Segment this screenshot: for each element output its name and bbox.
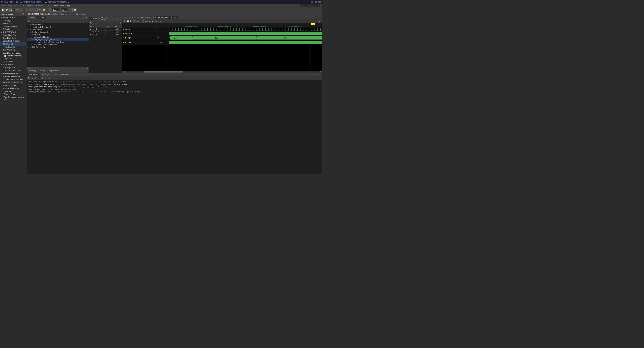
- tab-protocol-instan[interactable]: Protocol Instan...: [100, 16, 111, 21]
- nav-section-synthesis[interactable]: ▼ SYNTHESIS: [0, 63, 27, 66]
- wf-zoom-out-btn[interactable]: 🔍-: [133, 19, 136, 22]
- wf-begin-btn[interactable]: ⏮: [144, 19, 147, 22]
- console-max-btn[interactable]: □: [315, 73, 318, 76]
- waveform-hscroll[interactable]: ◀ ▶: [122, 71, 322, 73]
- tree-constraints[interactable]: ▶ ⊞ Constraints (1): [27, 28, 89, 31]
- tree-led-flash[interactable]: ● led_flash (led_flash.v): [27, 26, 89, 28]
- sources-add-btn[interactable]: +: [38, 20, 40, 23]
- nav-item-open-block-design[interactable]: Open Block Design: [0, 37, 27, 39]
- console-pause-btn[interactable]: ⏸: [38, 76, 40, 79]
- objects-help-btn[interactable]: ?: [112, 17, 115, 20]
- run-all-button[interactable]: ⏩: [42, 8, 46, 12]
- console-filter-btn[interactable]: ≡: [31, 76, 34, 79]
- sources-help-btn[interactable]: ?: [78, 16, 81, 19]
- obj-row-sysclk[interactable]: ▶ sys_clk 0 Logic: [89, 28, 122, 31]
- sim-unit-select[interactable]: ms us ns: [61, 8, 67, 11]
- tree-sim1[interactable]: ▼ ⊞ sim_1 (3): [27, 33, 89, 36]
- nav-item-open-impl-design[interactable]: Open Implemented Design: [0, 78, 27, 81]
- objects-search-btn[interactable]: 🔍: [90, 21, 92, 24]
- tab-messages[interactable]: Messages: [40, 73, 52, 76]
- waveform-tab-wcfg-close[interactable]: ✕: [175, 16, 176, 18]
- sources-checkbox1[interactable]: ☐: [78, 20, 81, 23]
- sources-refresh-btn[interactable]: ⟳: [34, 20, 37, 23]
- wf-marker-btn[interactable]: ⊕: [159, 19, 162, 22]
- tree-sim-sources[interactable]: ▼ ⊞ Simulation Sources (3): [27, 31, 89, 33]
- wf-scroll-left[interactable]: ◀: [123, 71, 125, 73]
- menu-flow[interactable]: Flow: [12, 4, 19, 7]
- nav-item-run-simulation[interactable]: ▶ Run Simulation: [0, 45, 27, 48]
- minimize-button[interactable]: ─: [311, 1, 313, 3]
- nav-item-open-elaborated-design[interactable]: Open Elaborated Design: [0, 51, 27, 54]
- menu-file[interactable]: File: [1, 4, 6, 7]
- quick-access-input[interactable]: [300, 4, 320, 7]
- waveform-tab-ledfv[interactable]: led_flash.v ✕: [122, 16, 137, 19]
- nav-item-generate-bitstream[interactable]: ⚡ Generate Bitstream: [0, 84, 27, 87]
- waveform-tab-wcfg[interactable]: tb_led_test_behav.wcfg ✕: [154, 16, 178, 19]
- new-button[interactable]: 📄: [1, 8, 5, 12]
- nav-item-run-implementation[interactable]: ▶ Run Implementation: [0, 75, 27, 78]
- menu-layout[interactable]: Layout: [44, 4, 52, 7]
- obj-row-led[interactable]: ▶ led[3:0] 5 Array: [89, 33, 122, 36]
- console-clear-btn[interactable]: 🗑: [41, 76, 44, 79]
- nav-section-ip-integrator[interactable]: ▶ IP INTEGRATOR: [0, 31, 27, 34]
- tab-sources[interactable]: Sources: [36, 16, 46, 19]
- menu-reports[interactable]: Reports: [26, 4, 35, 7]
- console-search-btn[interactable]: 🔍: [28, 76, 30, 79]
- nav-item-report-drc[interactable]: Report DRC: [0, 57, 27, 60]
- wf-search-btn[interactable]: 🔍: [123, 19, 126, 22]
- nav-item-add-config-mem[interactable]: Add Configuration Memory De...: [0, 96, 27, 100]
- wf-settings-btn[interactable]: ⚙: [318, 19, 321, 22]
- tab-objects[interactable]: Objects: [89, 17, 98, 20]
- nav-item-create-block-design[interactable]: Create Block Design: [0, 34, 27, 37]
- sim-time-input[interactable]: [52, 8, 60, 11]
- waveform-tab-tbflash[interactable]: tb_led_flash.v ✕: [137, 16, 154, 19]
- obj-row-sysrstn[interactable]: ▶ sys_rst_n 1 Logic: [89, 31, 122, 33]
- waveform-tab-ledfv-close[interactable]: ✕: [134, 16, 135, 18]
- console-float-btn[interactable]: ◱: [312, 73, 314, 76]
- nav-section-program-debug[interactable]: ▼ PROGRAM AND DEBUG: [0, 81, 27, 84]
- tab-scope[interactable]: Scope: [27, 16, 36, 19]
- save-button[interactable]: 💾: [10, 8, 14, 12]
- wf-next-edge-btn[interactable]: |▶: [151, 19, 154, 22]
- open-button[interactable]: 📂: [5, 8, 9, 12]
- nav-item-schematic[interactable]: ⊞ Schematic: [0, 60, 27, 63]
- nav-item-gen-block-design[interactable]: Generate Block Design: [0, 39, 27, 42]
- menu-run[interactable]: Run: [59, 4, 65, 7]
- sources-close-btn[interactable]: ✕: [85, 16, 88, 19]
- maximize-button[interactable]: □: [314, 1, 317, 3]
- tree-tb-led-test[interactable]: ▼ ● tb_led_test (tb_led_flash.v) (1): [27, 38, 89, 41]
- cnt-expand-icon[interactable]: ▶: [123, 41, 124, 43]
- nav-section-rtl[interactable]: ▼ RTL ANALYSIS: [0, 48, 27, 51]
- step-button[interactable]: ⏭: [34, 8, 38, 12]
- objects-settings-btn[interactable]: ⚙: [118, 21, 122, 24]
- wf-cursor-btn[interactable]: ┤: [140, 19, 143, 22]
- tab-find-in-files[interactable]: Find in Files: [58, 73, 72, 76]
- waveform-tab-tbflash-close[interactable]: ✕: [150, 16, 152, 18]
- led-expand-icon[interactable]: ▶: [123, 37, 124, 39]
- run-button[interactable]: ▶: [29, 8, 33, 12]
- step-over-button[interactable]: →: [46, 8, 50, 12]
- tab-tcl-console[interactable]: Tcl Console: [27, 73, 40, 76]
- nav-item-add-sources[interactable]: Add Sources: [0, 22, 27, 25]
- flow-nav-pin[interactable]: 📌: [22, 13, 24, 15]
- console-refresh-btn[interactable]: ⟳: [34, 76, 37, 79]
- waveform-close-btn[interactable]: ✕: [318, 16, 321, 19]
- nav-section-project-manager[interactable]: ▼ PROJECT MANAGER: [0, 16, 27, 19]
- wf-save-btn[interactable]: 💾: [126, 19, 130, 22]
- nav-section-implementation[interactable]: ▼ IMPLEMENTATION: [0, 72, 27, 75]
- wf-zoom-in-btn[interactable]: 🔍+: [130, 19, 133, 22]
- nav-item-report-methodology[interactable]: 📋 Report Methodology: [0, 54, 27, 57]
- nav-item-run-synthesis[interactable]: ▶ Run Synthesis: [0, 66, 27, 69]
- menu-edit[interactable]: Edit: [6, 4, 12, 7]
- wf-scroll-right[interactable]: ▶: [320, 71, 322, 73]
- wf-prev-edge-btn[interactable]: ◀|: [148, 19, 151, 22]
- nav-item-program-device[interactable]: Program Device: [0, 93, 27, 96]
- console-delete-btn[interactable]: ✕: [48, 76, 50, 79]
- objects-float-btn[interactable]: ◱: [115, 17, 118, 20]
- sources-hscroll[interactable]: ▶: [27, 67, 89, 69]
- undo-button[interactable]: ↩: [15, 8, 19, 12]
- tab-libraries[interactable]: Libraries: [38, 69, 46, 72]
- tree-wcfg[interactable]: ▶ Waveform Configuration File (1): [27, 43, 89, 46]
- tree-non-module[interactable]: ▶ Non-module Files (1): [27, 36, 89, 38]
- sources-filter-btn[interactable]: ≡: [31, 20, 34, 23]
